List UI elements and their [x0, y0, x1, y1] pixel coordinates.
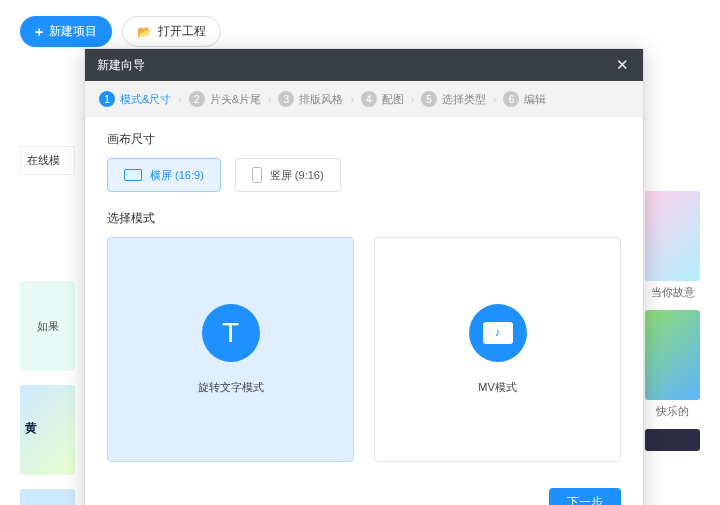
landscape-option[interactable]: 横屏 (16:9)	[107, 158, 221, 192]
portrait-icon	[252, 167, 262, 183]
modal-body: 画布尺寸 横屏 (16:9) 竖屏 (9:16) 选择模式 T 旋转文字模式	[85, 117, 643, 478]
step-2[interactable]: 2片头&片尾	[189, 91, 261, 107]
modal-header: 新建向导 ✕	[85, 49, 643, 81]
close-icon[interactable]: ✕	[612, 54, 633, 76]
step-1[interactable]: 1模式&尺寸	[99, 91, 171, 107]
text-mode-icon: T	[202, 304, 260, 362]
chevron-right-icon: ›	[178, 94, 181, 105]
chevron-right-icon: ›	[411, 94, 414, 105]
text-mode-label: 旋转文字模式	[198, 380, 264, 395]
canvas-size-options: 横屏 (16:9) 竖屏 (9:16)	[107, 158, 621, 192]
chevron-right-icon: ›	[493, 94, 496, 105]
step-4[interactable]: 4配图	[361, 91, 404, 107]
mv-mode-icon	[469, 304, 527, 362]
canvas-size-title: 画布尺寸	[107, 131, 621, 148]
modal-title: 新建向导	[97, 57, 145, 74]
step-5[interactable]: 5选择类型	[421, 91, 486, 107]
portrait-option[interactable]: 竖屏 (9:16)	[235, 158, 341, 192]
mode-options: T 旋转文字模式 MV模式	[107, 237, 621, 462]
step-3[interactable]: 3排版风格	[278, 91, 343, 107]
modal-mask: 新建向导 ✕ 1模式&尺寸 › 2片头&片尾 › 3排版风格 › 4配图 › 5…	[0, 0, 720, 505]
landscape-icon	[124, 169, 142, 181]
mode-select-title: 选择模式	[107, 210, 621, 227]
mv-mode-label: MV模式	[478, 380, 517, 395]
step-6[interactable]: 6编辑	[503, 91, 546, 107]
modal-footer: 下一步	[85, 478, 643, 505]
mv-mode-card[interactable]: MV模式	[374, 237, 621, 462]
landscape-label: 横屏 (16:9)	[150, 168, 204, 183]
chevron-right-icon: ›	[350, 94, 353, 105]
portrait-label: 竖屏 (9:16)	[270, 168, 324, 183]
wizard-steps: 1模式&尺寸 › 2片头&片尾 › 3排版风格 › 4配图 › 5选择类型 › …	[85, 81, 643, 117]
chevron-right-icon: ›	[268, 94, 271, 105]
text-mode-card[interactable]: T 旋转文字模式	[107, 237, 354, 462]
next-button[interactable]: 下一步	[549, 488, 621, 505]
new-wizard-modal: 新建向导 ✕ 1模式&尺寸 › 2片头&片尾 › 3排版风格 › 4配图 › 5…	[84, 48, 644, 505]
